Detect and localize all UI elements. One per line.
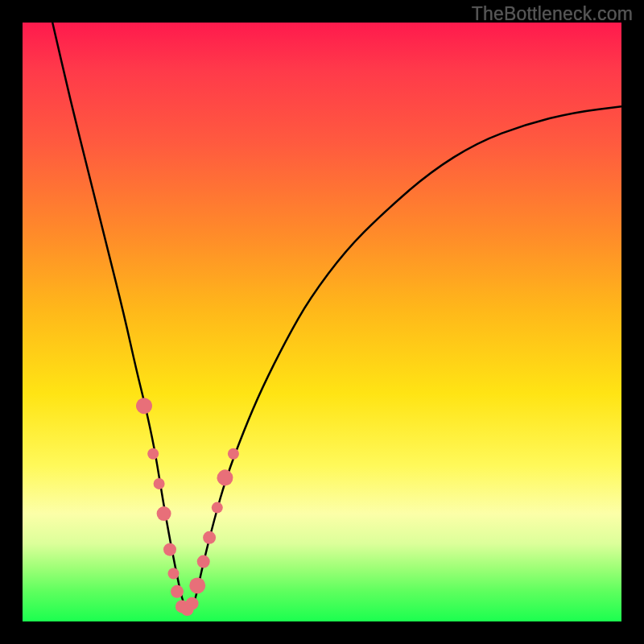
marker-dot [168,568,180,580]
watermark-text: TheBottleneck.com [472,3,633,25]
marker-dot [189,577,205,593]
plot-area [23,23,621,621]
bottleneck-curve [52,23,621,609]
marker-dot [147,448,159,460]
marker-dot [186,597,199,610]
curve-plot [23,23,621,621]
marker-dot [203,531,216,544]
marker-dot [228,448,239,460]
marker-dot [157,506,171,521]
marker-dot [212,502,223,514]
marker-dot [154,478,165,489]
marker-dot [197,555,210,568]
marker-dot [171,585,184,598]
marker-dot [163,543,176,556]
marker-pill [134,395,155,416]
marker-pill [214,467,235,488]
